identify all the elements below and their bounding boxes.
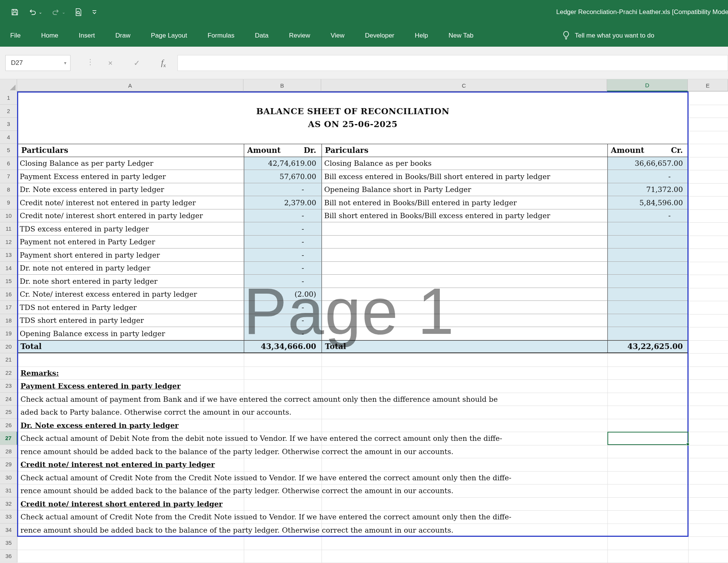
ribbon-tab-review[interactable]: Review bbox=[279, 24, 320, 47]
cell-D16[interactable] bbox=[607, 288, 688, 301]
row-header-12[interactable]: 12 bbox=[0, 236, 17, 249]
cell-A10[interactable]: Credit note/ interest short entered in p… bbox=[17, 209, 244, 223]
ribbon-tab-formulas[interactable]: Formulas bbox=[197, 24, 245, 47]
cell-A7[interactable]: Payment Excess entered in party ledger bbox=[17, 170, 244, 183]
cell-B5[interactable]: AmountDr. bbox=[244, 144, 322, 157]
cell-B9[interactable]: 2,379.00 bbox=[244, 196, 322, 209]
row-header-28[interactable]: 28 bbox=[0, 445, 17, 458]
row-header-2[interactable]: 2 bbox=[0, 105, 17, 118]
row-header-15[interactable]: 15 bbox=[0, 275, 17, 288]
cell-A33[interactable]: Check actual amount of Credit Note from … bbox=[17, 510, 688, 524]
cell-A6[interactable]: Closing Balance as per party Ledger bbox=[17, 157, 244, 170]
cell-A28[interactable]: rence amount should be added back to the… bbox=[17, 445, 688, 458]
cell-B20[interactable]: 43,34,666.00 bbox=[244, 340, 322, 354]
cell-D7[interactable]: - bbox=[607, 170, 688, 183]
row-header-34[interactable]: 34 bbox=[0, 524, 17, 537]
cell-A23[interactable]: Payment Excess entered in party ledger bbox=[17, 379, 688, 393]
cell-A16[interactable]: Cr. Note/ interest excess entered in par… bbox=[17, 288, 244, 301]
cell-C20[interactable]: Total bbox=[322, 340, 607, 354]
row-header-5[interactable]: 5 bbox=[0, 144, 17, 157]
cell-C6[interactable]: Closing Balance as per books bbox=[322, 157, 607, 170]
column-header-B[interactable]: B bbox=[243, 79, 321, 91]
cell-C11[interactable] bbox=[322, 222, 607, 236]
row-header-14[interactable]: 14 bbox=[0, 262, 17, 275]
column-header-D[interactable]: D bbox=[607, 79, 688, 91]
cell-C8[interactable]: Openeing Balance short in Party Ledger bbox=[322, 183, 607, 197]
cell-B10[interactable]: - bbox=[244, 209, 322, 223]
select-all-button[interactable] bbox=[0, 79, 17, 91]
print-preview-button[interactable] bbox=[74, 8, 83, 17]
worksheet-grid[interactable]: 12BALANCE SHEET OF RECONCILIATION3AS ON … bbox=[0, 91, 728, 563]
column-header-E[interactable]: E bbox=[688, 79, 728, 91]
row-header-7[interactable]: 7 bbox=[0, 170, 17, 183]
name-box-dropdown-icon[interactable]: ▾ bbox=[64, 60, 70, 66]
cell-A18[interactable]: TDS short entered in party ledger bbox=[17, 314, 244, 327]
tell-me-box[interactable]: Tell me what you want to do bbox=[562, 24, 654, 47]
row-header-27[interactable]: 27 bbox=[0, 432, 17, 445]
row-header-35[interactable]: 35 bbox=[0, 536, 17, 550]
enter-button[interactable]: ✓ bbox=[128, 55, 146, 71]
cell-D13[interactable] bbox=[607, 248, 688, 262]
ribbon-tab-home[interactable]: Home bbox=[31, 24, 68, 47]
cell-B13[interactable]: - bbox=[244, 248, 322, 262]
row-header-4[interactable]: 4 bbox=[0, 131, 17, 144]
redo-dropdown-icon[interactable]: ⌄ bbox=[62, 10, 65, 15]
row-header-30[interactable]: 30 bbox=[0, 471, 17, 484]
sheet-subtitle[interactable]: AS ON 25-06-2025 bbox=[17, 118, 688, 131]
cell-C9[interactable]: Bill not entered in Books/Bill entered i… bbox=[322, 196, 607, 209]
cell-B19[interactable]: - bbox=[244, 327, 322, 340]
cell-A25[interactable]: aded back to Party balance. Otherwise co… bbox=[17, 406, 688, 419]
cell-D19[interactable] bbox=[607, 327, 688, 340]
row-header-36[interactable]: 36 bbox=[0, 550, 17, 563]
row-header-18[interactable]: 18 bbox=[0, 314, 17, 327]
row-header-31[interactable]: 31 bbox=[0, 484, 17, 497]
cell-D9[interactable]: 5,84,596.00 bbox=[607, 196, 688, 209]
row-header-33[interactable]: 33 bbox=[0, 510, 17, 524]
cell-D12[interactable] bbox=[607, 236, 688, 249]
cell-A22[interactable]: Remarks: bbox=[17, 366, 688, 380]
row-header-25[interactable]: 25 bbox=[0, 406, 17, 419]
cell-A12[interactable]: Payment not entered in Party Ledger bbox=[17, 236, 244, 249]
cell-B18[interactable]: - bbox=[244, 314, 322, 327]
cell-D15[interactable] bbox=[607, 275, 688, 288]
row-header-29[interactable]: 29 bbox=[0, 458, 17, 471]
cell-A20[interactable]: Total bbox=[17, 340, 244, 354]
cell-D17[interactable] bbox=[607, 301, 688, 314]
row-header-16[interactable]: 16 bbox=[0, 288, 17, 301]
ribbon-tab-file[interactable]: File bbox=[0, 24, 31, 47]
cell-D6[interactable]: 36,66,657.00 bbox=[607, 157, 688, 170]
insert-function-button[interactable]: fx bbox=[155, 55, 172, 71]
row-header-21[interactable]: 21 bbox=[0, 353, 17, 366]
undo-button[interactable]: ⌄ bbox=[28, 8, 42, 16]
formula-input[interactable] bbox=[177, 55, 728, 71]
ribbon-tab-insert[interactable]: Insert bbox=[69, 24, 105, 47]
cell-C14[interactable] bbox=[322, 262, 607, 275]
cell-B12[interactable]: - bbox=[244, 236, 322, 249]
cell-A29[interactable]: Credit note/ interest not entered in par… bbox=[17, 458, 688, 471]
cell-B7[interactable]: 57,670.00 bbox=[244, 170, 322, 183]
cell-A13[interactable]: Payment short entered in party ledger bbox=[17, 248, 244, 262]
cell-A5[interactable]: Particulars bbox=[17, 144, 244, 157]
cell-A1[interactable] bbox=[17, 91, 688, 105]
ribbon-tab-help[interactable]: Help bbox=[405, 24, 438, 47]
cell-A26[interactable]: Dr. Note excess entered in party ledger bbox=[17, 419, 688, 432]
cell-A11[interactable]: TDS excess entered in party ledger bbox=[17, 222, 244, 236]
cell-A4[interactable] bbox=[17, 131, 688, 144]
cell-D18[interactable] bbox=[607, 314, 688, 327]
row-header-13[interactable]: 13 bbox=[0, 248, 17, 262]
cell-A30[interactable]: Check actual amount of Credit Note from … bbox=[17, 471, 688, 484]
column-header-A[interactable]: A bbox=[17, 79, 243, 91]
cell-D14[interactable] bbox=[607, 262, 688, 275]
row-header-1[interactable]: 1 bbox=[0, 91, 17, 105]
row-header-19[interactable]: 19 bbox=[0, 327, 17, 340]
row-header-24[interactable]: 24 bbox=[0, 393, 17, 406]
cell-B8[interactable]: - bbox=[244, 183, 322, 197]
formula-bar-splitter[interactable]: ⋮ bbox=[86, 57, 94, 66]
cell-C16[interactable] bbox=[322, 288, 607, 301]
cell-A17[interactable]: TDS not entered in Party ledger bbox=[17, 301, 244, 314]
cell-B6[interactable]: 42,74,619.00 bbox=[244, 157, 322, 170]
cell-C17[interactable] bbox=[322, 301, 607, 314]
cell-C15[interactable] bbox=[322, 275, 607, 288]
cell-B11[interactable]: - bbox=[244, 222, 322, 236]
row-header-23[interactable]: 23 bbox=[0, 379, 17, 393]
